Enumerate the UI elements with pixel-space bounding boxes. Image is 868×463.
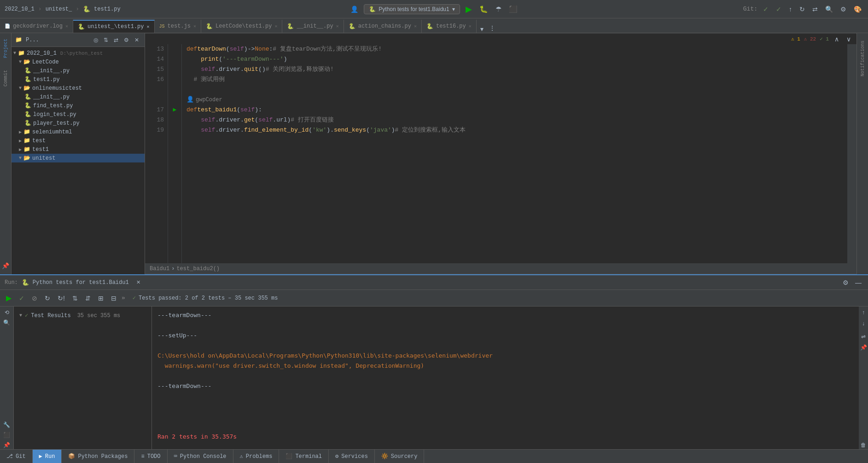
tab-close-testjs[interactable]: ✕ bbox=[193, 23, 196, 29]
tree-player-test[interactable]: 🐍 player_test.py bbox=[12, 119, 145, 127]
folder-icon-test: 📁 bbox=[23, 137, 30, 144]
tab-close-geckodriver[interactable]: ✕ bbox=[65, 23, 68, 29]
breadcrumb-project[interactable]: 2022_10_1 bbox=[5, 6, 35, 12]
tab-icon-test16: 🐍 bbox=[426, 23, 433, 30]
collapse-errors-btn[interactable]: ∨ bbox=[845, 35, 853, 44]
search-icon-btn[interactable]: 🔍 bbox=[823, 5, 835, 14]
test-tree-root[interactable]: ▼ ✓ Test Results 35 sec 355 ms bbox=[17, 310, 148, 321]
tree-onlinemusic-init[interactable]: 🐍 __init__.py bbox=[12, 93, 145, 101]
run-stop-btn[interactable]: ⊘ bbox=[29, 293, 40, 303]
tab-geckodriver[interactable]: 📄 geckodriver.log ✕ bbox=[0, 20, 73, 33]
tab-overflow-button[interactable]: ⋮ bbox=[487, 23, 497, 33]
run-sort-asc-btn[interactable]: ⇅ bbox=[70, 293, 80, 303]
status-run[interactable]: ▶ Run bbox=[33, 450, 62, 463]
close-panel-icon[interactable]: ✕ bbox=[133, 36, 141, 44]
settings-icon-btn[interactable]: ⚙ bbox=[839, 5, 848, 14]
status-git[interactable]: ⎇ Git bbox=[0, 450, 33, 463]
folder-icon-test1: 📁 bbox=[23, 146, 30, 153]
git-sync-icon[interactable]: ↻ bbox=[798, 5, 807, 14]
status-problems[interactable]: ⚠ Problems bbox=[233, 450, 280, 463]
coverage-button[interactable]: ☂ bbox=[494, 4, 503, 14]
run-rerun-fail-btn[interactable]: ↻! bbox=[55, 293, 67, 303]
tab-close-test16[interactable]: ✕ bbox=[469, 23, 472, 29]
run-wrap-btn[interactable]: ⇌ bbox=[859, 332, 868, 341]
status-terminal[interactable]: ⬛ Terminal bbox=[279, 450, 329, 463]
tree-onlinemusic[interactable]: ▼ 📂 onlinemusictest bbox=[12, 84, 145, 93]
run-trash-btn[interactable]: 🗑 bbox=[859, 441, 868, 449]
tree-leetcode-test1[interactable]: 🐍 test1.py bbox=[12, 75, 145, 84]
run-pin-btn[interactable]: 📌 bbox=[858, 343, 868, 352]
tree-find-test[interactable]: 🐍 find_test.py bbox=[12, 101, 145, 110]
code-line-blank bbox=[186, 85, 843, 95]
run-sort-desc-btn[interactable]: ⇵ bbox=[83, 293, 93, 303]
tab-close-action[interactable]: ✕ bbox=[414, 23, 417, 29]
tree-login-test[interactable]: 🐍 login_test.py bbox=[12, 110, 145, 119]
debug-button[interactable]: 🐛 bbox=[478, 4, 490, 14]
run-scroll-up[interactable]: ↑ bbox=[860, 308, 867, 317]
tree-root[interactable]: ▼ 📁 2022_10_1 D:\python_test bbox=[12, 49, 145, 58]
run-expand-all-btn[interactable]: ⊞ bbox=[96, 293, 106, 303]
paint-icon-btn[interactable]: 🎨 bbox=[852, 5, 863, 14]
str-14: '---tearmDown---' bbox=[222, 54, 284, 64]
run-settings-icon[interactable]: ⚙ bbox=[841, 278, 851, 287]
run-collapse-all-btn[interactable]: ⊟ bbox=[109, 293, 119, 303]
tree-test[interactable]: ▶ 📁 test bbox=[12, 136, 145, 145]
run-close-tab-btn[interactable]: ✕ bbox=[134, 278, 142, 286]
run-sidebar-btn3[interactable]: 🔧 bbox=[1, 421, 12, 429]
run-sidebar-btn4[interactable]: ⬛ bbox=[1, 431, 12, 439]
run-play-btn[interactable]: ▶ bbox=[4, 292, 14, 304]
breadcrumb-file[interactable]: test1.py bbox=[94, 6, 121, 12]
tab-close-leetcode[interactable]: ✕ bbox=[274, 23, 277, 29]
stop-button[interactable]: ⬛ bbox=[507, 4, 519, 14]
tab-init[interactable]: 🐍 __init__.py ✕ bbox=[282, 20, 344, 33]
more-tabs-button[interactable]: ▾ bbox=[477, 25, 487, 33]
run-sidebar-btn2[interactable]: 🔍 bbox=[1, 318, 12, 327]
tree-unitest[interactable]: ▼ 📂 unitest bbox=[12, 154, 145, 162]
status-python-console[interactable]: ⌨ Python Console bbox=[168, 450, 233, 463]
tree-test1[interactable]: ▶ 📁 test1 bbox=[12, 145, 145, 154]
expand-icon[interactable]: ⇅ bbox=[102, 36, 110, 44]
status-services[interactable]: ⚙ Services bbox=[329, 450, 375, 463]
play-button[interactable]: ▶ bbox=[464, 3, 474, 15]
git-push-icon[interactable]: ↑ bbox=[787, 5, 794, 14]
run-minimize-icon[interactable]: — bbox=[853, 278, 863, 287]
run-scroll-down[interactable]: ↓ bbox=[860, 319, 867, 328]
status-sourcery[interactable]: 🔆 Sourcery bbox=[375, 450, 425, 463]
tab-close-init[interactable]: ✕ bbox=[336, 23, 339, 29]
git-check1-icon[interactable]: ✓ bbox=[761, 5, 770, 14]
file-icon-login: 🐍 bbox=[24, 111, 31, 118]
status-todo[interactable]: ≡ TODO bbox=[134, 450, 167, 463]
tab-test1py[interactable]: 🐍 unitest_\test1.py ✕ bbox=[73, 20, 154, 33]
status-python-packages[interactable]: 📦 Python Packages bbox=[62, 450, 134, 463]
tab-test16[interactable]: 🐍 test16.py ✕ bbox=[422, 20, 477, 33]
sidebar-tab-commit[interactable]: Commit bbox=[1, 66, 10, 90]
run-sidebar-btn5[interactable]: 📌 bbox=[1, 441, 12, 449]
tree-leetcode[interactable]: ▼ 📂 LeetCode bbox=[12, 58, 145, 66]
tab-testjs[interactable]: JS test.js ✕ bbox=[155, 20, 201, 33]
tree-leetcode-init[interactable]: 🐍 __init__.py bbox=[12, 66, 145, 75]
locate-icon[interactable]: ◎ bbox=[92, 36, 100, 44]
collapse-icon[interactable]: ⇄ bbox=[112, 36, 120, 44]
tree-seleniumhtml[interactable]: ▶ 📁 seleniumhtml bbox=[12, 127, 145, 136]
tab-close-test1py[interactable]: ✕ bbox=[146, 24, 149, 29]
console-output[interactable]: ---tearmDown--- ---setUp--- C:\Users\hol… bbox=[152, 307, 859, 449]
code-content[interactable]: def tearDown(self) -> None: # 复盘tearDown… bbox=[182, 44, 847, 263]
git-check2-icon[interactable]: ✓ bbox=[774, 5, 783, 14]
breadcrumb-folder[interactable]: unitest_ bbox=[46, 6, 72, 12]
pin-icon[interactable]: 📌 bbox=[2, 262, 9, 270]
run-sidebar-btn1[interactable]: ⟲ bbox=[3, 308, 11, 317]
tab-leetcode-test1[interactable]: 🐍 LeetCode\test1.py ✕ bbox=[201, 20, 282, 33]
run-rerun-btn[interactable]: ↻ bbox=[42, 293, 52, 303]
notifications-label[interactable]: Notifications bbox=[859, 37, 866, 80]
translate-icon[interactable]: ⇄ bbox=[810, 5, 820, 14]
run-arrow-17[interactable]: ▶ bbox=[168, 105, 181, 115]
run-config-button[interactable]: 🐍 Python tests for test1.Baidu1 ▾ bbox=[364, 4, 460, 14]
right-scrollbar[interactable] bbox=[847, 44, 856, 263]
run-pass-btn[interactable]: ✓ bbox=[17, 293, 27, 303]
gear-icon[interactable]: ⚙ bbox=[122, 36, 131, 44]
sidebar-tab-project[interactable]: Project bbox=[1, 35, 10, 62]
user-icon-btn[interactable]: 👤 bbox=[349, 5, 360, 14]
title-bar-left: 2022_10_1 › unitest_ › 🐍 test1.py bbox=[5, 6, 349, 13]
tab-action-chains[interactable]: 🐍 action_chains.py ✕ bbox=[344, 20, 422, 33]
expand-errors-btn[interactable]: ∧ bbox=[833, 35, 841, 44]
